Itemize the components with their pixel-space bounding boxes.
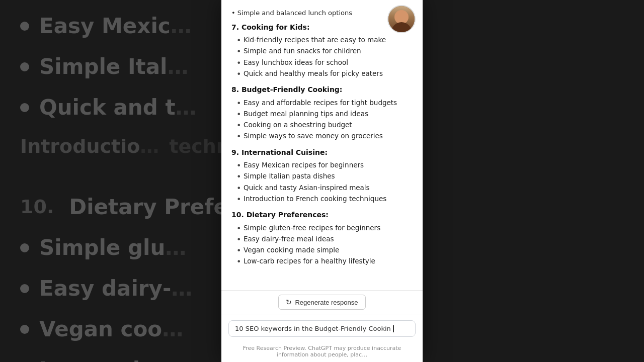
disclaimer: Free Research Preview. ChatGPT may produ… <box>221 342 423 362</box>
sub-list: Easy Mexican recipes for beginnersSimple… <box>231 159 413 204</box>
regenerate-icon: ↻ <box>286 298 292 306</box>
list-item: Easy Mexican recipes for beginners <box>235 159 413 170</box>
section-title: 10. Dietary Preferences: <box>231 209 413 220</box>
chat-panel: • Simple and balanced lunch options 7. C… <box>221 0 423 362</box>
section-title: 9. International Cuisine: <box>231 147 413 158</box>
list-item: Cooking on a shoestring budget <box>235 119 413 130</box>
list-item: Quick and healthy meals for picky eaters <box>235 68 413 79</box>
chat-content: • Simple and balanced lunch options 7. C… <box>221 0 423 290</box>
list-item: Simple Italian pasta dishes <box>235 170 413 182</box>
list-item: Introduction to French cooking technique… <box>235 193 413 204</box>
list-item: Easy dairy-free meal ideas <box>235 233 413 244</box>
list-item: Easy and affordable recipes for tight bu… <box>235 97 413 108</box>
list-item: Budget meal planning tips and ideas <box>235 108 413 119</box>
regenerate-button[interactable]: ↻ Regenerate response <box>278 295 365 310</box>
list-item: Kid-friendly recipes that are easy to ma… <box>235 34 413 45</box>
sub-list: Easy and affordable recipes for tight bu… <box>231 97 413 142</box>
list-item: Low-carb recipes for a healthy lifestyle <box>235 255 413 266</box>
section-9: 9. International Cuisine:Easy Mexican re… <box>231 147 413 204</box>
chat-input-box[interactable]: 10 SEO keywords in the Budget-Friendly C… <box>228 320 416 337</box>
section-title: 8. Budget-Friendly Cooking: <box>231 84 413 95</box>
list-item: Simple and fun snacks for children <box>235 45 413 56</box>
list-item: Simple gluten-free recipes for beginners <box>235 222 413 233</box>
list-item: Quick and tasty Asian-inspired meals <box>235 182 413 193</box>
sub-list: Simple gluten-free recipes for beginners… <box>231 222 413 267</box>
regen-area: ↻ Regenerate response <box>221 290 423 315</box>
sections-container: 7. Cooking for Kids:Kid-friendly recipes… <box>231 22 413 267</box>
list-item: Simple ways to save money on groceries <box>235 130 413 141</box>
partial-top-line: • Simple and balanced lunch options <box>231 9 352 17</box>
text-cursor <box>393 325 394 332</box>
input-text: 10 SEO keywords in the Budget-Friendly C… <box>235 325 394 332</box>
regen-label: Regenerate response <box>295 299 358 306</box>
list-item: Easy lunchbox ideas for school <box>235 57 413 68</box>
section-10: 10. Dietary Preferences:Simple gluten-fr… <box>231 209 413 266</box>
sub-list: Kid-friendly recipes that are easy to ma… <box>231 34 413 79</box>
section-8: 8. Budget-Friendly Cooking:Easy and affo… <box>231 84 413 141</box>
input-value: 10 SEO keywords in the Budget-Friendly C… <box>235 325 391 332</box>
section-7: 7. Cooking for Kids:Kid-friendly recipes… <box>231 22 413 79</box>
section-title: 7. Cooking for Kids: <box>231 22 413 33</box>
list-item: Vegan cooking made simple <box>235 244 413 255</box>
input-area: 10 SEO keywords in the Budget-Friendly C… <box>221 315 423 342</box>
